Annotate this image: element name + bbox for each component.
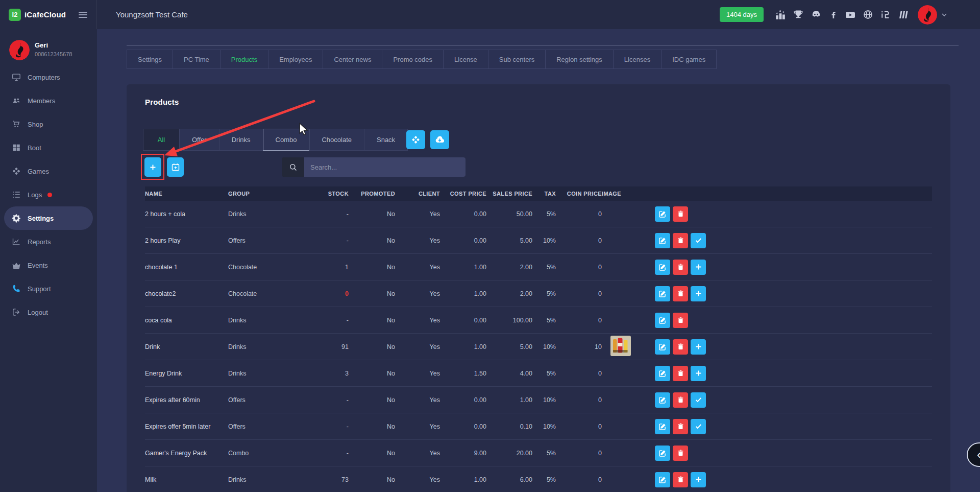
filter-tab-chocolate[interactable]: Chocolate <box>309 129 364 151</box>
tab-region-settings[interactable]: Region settings <box>546 50 614 69</box>
row-actions <box>634 286 932 301</box>
tab-idc-games[interactable]: IDC games <box>662 50 717 69</box>
tab-employees[interactable]: Employees <box>268 50 323 69</box>
tab-sub-centers[interactable]: Sub centers <box>488 50 546 69</box>
edit-button[interactable] <box>655 392 670 408</box>
delete-icon <box>677 263 684 271</box>
cell-name: Expires after 60min <box>145 396 228 404</box>
tab-center-news[interactable]: Center news <box>323 50 382 69</box>
add-stock-button[interactable] <box>691 339 706 355</box>
user-profile[interactable]: Geri 008612345678 <box>9 40 93 62</box>
confirm-button[interactable] <box>691 233 706 248</box>
delete-button[interactable] <box>673 392 688 408</box>
sidebar-item-settings[interactable]: Settings <box>4 206 93 230</box>
delete-button[interactable] <box>673 206 688 222</box>
globe-icon[interactable] <box>863 9 873 20</box>
sidebar-item-logs[interactable]: Logs <box>4 183 93 206</box>
logout-icon <box>12 308 21 317</box>
filter-tab-drinks[interactable]: Drinks <box>219 129 263 151</box>
delete-button[interactable] <box>673 366 688 381</box>
delete-button[interactable] <box>673 339 688 355</box>
discord-icon[interactable] <box>811 10 822 20</box>
sidebar-item-shop[interactable]: Shop <box>4 112 93 136</box>
edit-button[interactable] <box>655 472 670 487</box>
edit-button[interactable] <box>655 339 670 355</box>
icafe-mark-icon[interactable] <box>880 9 891 20</box>
sidebar-item-members[interactable]: Members <box>4 89 93 112</box>
sidebar-item-label: Events <box>28 262 48 269</box>
search-input[interactable] <box>304 157 465 177</box>
delete-button[interactable] <box>673 313 688 328</box>
cell-promoted: No <box>349 210 395 218</box>
trophy-icon[interactable] <box>793 9 804 20</box>
add-stock-button[interactable] <box>691 260 706 275</box>
tab-settings[interactable]: Settings <box>127 50 173 69</box>
column-header: STOCK <box>302 191 349 197</box>
column-header: TAX <box>532 191 556 197</box>
edit-button[interactable] <box>655 419 670 434</box>
delete-icon <box>677 449 684 457</box>
edit-button[interactable] <box>655 286 670 301</box>
cell-client: Yes <box>395 264 440 271</box>
sidebar-item-events[interactable]: Events <box>4 253 93 277</box>
cell-group: Offers <box>228 237 302 244</box>
add-stock-button[interactable] <box>691 366 706 381</box>
cell-tax: 10% <box>532 343 556 350</box>
edit-button[interactable] <box>655 366 670 381</box>
facebook-icon[interactable] <box>828 10 838 19</box>
menu-icon[interactable] <box>79 10 87 19</box>
edit-button[interactable] <box>655 313 670 328</box>
delete-button[interactable] <box>673 286 688 301</box>
sidebar-item-games[interactable]: Games <box>4 159 93 183</box>
sidebar-item-computers[interactable]: Computers <box>4 65 93 89</box>
tab-license[interactable]: License <box>444 50 488 69</box>
calendar-plus-icon <box>171 162 180 172</box>
import-products-button[interactable] <box>430 130 449 149</box>
cell-cost-price: 1.50 <box>440 370 486 377</box>
delete-button[interactable] <box>673 260 688 275</box>
cell-cost-price: 1.00 <box>440 476 486 483</box>
youtube-icon[interactable] <box>845 10 856 20</box>
confirm-button[interactable] <box>691 419 706 434</box>
cell-stock: 3 <box>302 370 349 377</box>
cell-coin-price: 0 <box>556 264 602 271</box>
chevron-down-icon[interactable] <box>940 11 948 19</box>
topbar-icons <box>775 9 909 20</box>
filter-tab-offer[interactable]: Offer <box>180 129 219 151</box>
delete-button[interactable] <box>673 233 688 248</box>
sidebar-item-boot[interactable]: Boot <box>4 136 93 159</box>
ranking-icon[interactable] <box>775 9 786 20</box>
delete-button[interactable] <box>673 446 688 461</box>
tab-promo-codes[interactable]: Promo codes <box>382 50 444 69</box>
manage-groups-button[interactable] <box>406 130 425 149</box>
delete-button[interactable] <box>673 472 688 487</box>
tab-products[interactable]: Products <box>220 50 268 69</box>
filter-tab-combo[interactable]: Combo <box>263 129 310 151</box>
layers-icon[interactable] <box>897 10 909 20</box>
delete-button[interactable] <box>673 419 688 434</box>
edit-button[interactable] <box>655 233 670 248</box>
notification-dot <box>47 193 52 197</box>
tab-pc-time[interactable]: PC Time <box>173 50 220 69</box>
check-icon <box>695 423 702 430</box>
cell-image <box>602 387 634 413</box>
stock-batch-button[interactable] <box>167 157 184 177</box>
cell-stock: 91 <box>302 343 349 350</box>
add-stock-button[interactable] <box>691 286 706 301</box>
sidebar-item-logout[interactable]: Logout <box>4 300 93 324</box>
cell-promoted: No <box>349 423 395 430</box>
avatar[interactable] <box>918 5 937 25</box>
confirm-button[interactable] <box>691 392 706 408</box>
tab-licenses[interactable]: Licenses <box>614 50 662 69</box>
filter-tab-snack[interactable]: Snack <box>364 129 408 151</box>
add-stock-button[interactable] <box>691 472 706 487</box>
add-product-button[interactable] <box>144 157 161 177</box>
filter-tab-all[interactable]: All <box>143 129 180 151</box>
cell-promoted: No <box>349 264 395 271</box>
sidebar-item-support[interactable]: Support <box>4 277 93 300</box>
column-header: GROUP <box>228 191 302 197</box>
edit-button[interactable] <box>655 206 670 222</box>
edit-button[interactable] <box>655 260 670 275</box>
sidebar-item-reports[interactable]: Reports <box>4 230 93 253</box>
edit-button[interactable] <box>655 446 670 461</box>
